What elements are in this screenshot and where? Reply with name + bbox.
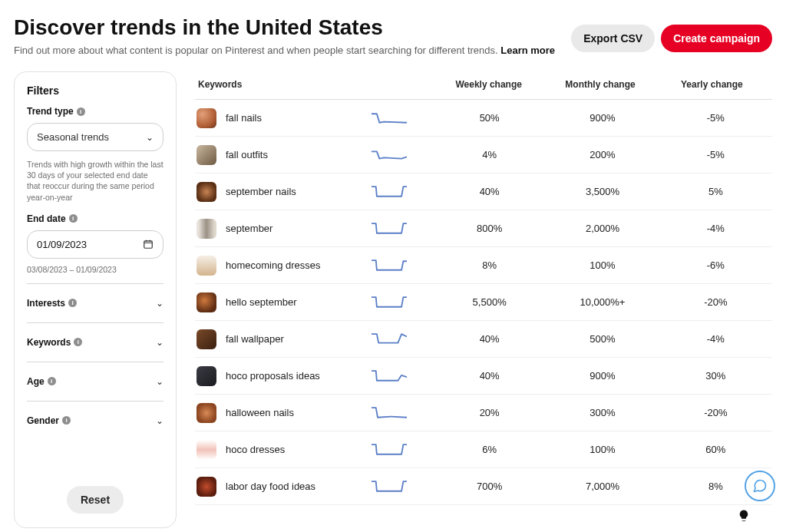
table-row[interactable]: homecoming dresses8%100%-6% [195,247,772,284]
end-date-input[interactable]: 01/09/2023 [27,230,163,259]
col-weekly[interactable]: Weekly change [433,79,544,90]
chevron-down-icon: ⌄ [146,132,154,143]
col-yearly[interactable]: Yearly change [656,79,772,90]
create-campaign-button[interactable]: Create campaign [661,25,772,52]
yearly-change: -5% [659,149,772,160]
table-row[interactable]: hello september5,500%10,000%+-20% [195,284,772,321]
keywords-section[interactable]: Keywordsi ⌄ [27,323,163,362]
monthly-change: 10,000%+ [546,296,659,308]
info-icon: i [62,416,71,425]
info-icon[interactable]: i [77,107,85,116]
table-row[interactable]: fall nails50%900%-5% [195,100,772,137]
sparkline [372,330,433,349]
keyword-thumbnail [196,477,216,497]
monthly-change: 900% [546,112,659,124]
chevron-down-icon: ⌄ [156,415,163,426]
filters-panel: Filters Trend type i Seasonal trends ⌄ T… [14,71,177,528]
table-row[interactable]: fall wallpaper40%500%-4% [195,321,772,358]
keyword-thumbnail [196,182,216,202]
lightbulb-icon[interactable] [737,509,752,524]
info-icon: i [48,377,56,385]
table-row[interactable]: hoco dresses6%100%60% [195,431,772,468]
chat-widget[interactable] [745,471,775,501]
yearly-change: 60% [659,444,772,455]
keyword-thumbnail [196,366,216,386]
keyword-name: hoco proposals ideas [226,370,320,382]
sparkline [372,220,433,238]
keyword-name: homecoming dresses [226,259,321,271]
keyword-thumbnail [196,329,216,349]
sparkline [372,477,433,496]
sparkline [372,367,433,385]
trends-table: Keywords Weekly change Monthly change Ye… [195,71,772,528]
monthly-change: 900% [546,370,659,382]
sparkline [372,183,433,201]
keyword-thumbnail [196,256,216,276]
keyword-name: fall nails [226,112,262,124]
end-date-label: End date i [27,213,163,224]
weekly-change: 40% [433,186,546,197]
monthly-change: 200% [546,149,659,160]
weekly-change: 700% [433,481,546,492]
keyword-name: hoco dresses [226,444,285,455]
table-row[interactable]: fall outfits4%200%-5% [195,137,772,173]
monthly-change: 7,000% [546,481,659,492]
weekly-change: 20% [433,407,546,418]
reset-button[interactable]: Reset [67,486,124,514]
weekly-change: 5,500% [433,296,546,308]
monthly-change: 300% [546,407,659,418]
keyword-thumbnail [196,440,216,460]
weekly-change: 40% [433,370,546,382]
monthly-change: 2,000% [546,223,659,234]
yearly-change: -20% [659,407,772,418]
keyword-name: fall wallpaper [226,333,284,345]
filters-heading: Filters [27,84,163,97]
table-row[interactable]: september800%2,000%-4% [195,210,772,247]
keyword-name: september [226,223,272,234]
table-row[interactable]: labor day food ideas700%7,000%8% [195,468,772,505]
keyword-name: september nails [226,186,296,197]
gender-section[interactable]: Genderi ⌄ [27,401,163,440]
trend-type-label: Trend type i [27,106,163,117]
monthly-change: 100% [546,259,659,271]
sparkline [372,256,433,275]
calendar-icon [143,239,154,249]
age-section[interactable]: Agei ⌄ [27,362,163,401]
info-icon: i [74,338,82,346]
trend-type-help: Trends with high growth within the last … [27,159,163,203]
yearly-change: -4% [659,333,772,345]
weekly-change: 40% [433,333,546,345]
learn-more-link[interactable]: Learn more [500,45,555,56]
sparkline [372,441,433,459]
subtitle-text: Find out more about what content is popu… [14,45,500,56]
col-monthly[interactable]: Monthly change [544,79,656,90]
info-icon[interactable]: i [69,214,78,223]
table-row[interactable]: hoco proposals ideas40%900%30% [195,358,772,395]
export-csv-button[interactable]: Export CSV [571,25,655,52]
keyword-thumbnail [196,108,216,128]
monthly-change: 100% [546,444,659,455]
yearly-change: 5% [659,186,772,197]
weekly-change: 8% [433,259,546,271]
chevron-down-icon: ⌄ [156,376,163,387]
weekly-change: 800% [433,223,546,234]
sparkline [372,293,433,312]
monthly-change: 3,500% [546,186,659,197]
svg-rect-0 [144,241,153,248]
interests-section[interactable]: Interestsi ⌄ [27,284,163,323]
page-title: Discover trends in the United States [14,15,555,40]
page-subtitle: Find out more about what content is popu… [14,45,555,56]
table-row[interactable]: halloween nails20%300%-20% [195,395,772,431]
weekly-change: 50% [433,112,546,124]
keyword-thumbnail [196,403,216,423]
table-row[interactable]: september nails40%3,500%5% [195,173,772,210]
yearly-change: -20% [659,296,772,308]
sparkline [372,146,433,164]
keyword-thumbnail [196,145,216,165]
yearly-change: 30% [659,370,772,382]
monthly-change: 500% [546,333,659,345]
col-keywords[interactable]: Keywords [195,79,372,90]
trend-type-select[interactable]: Seasonal trends ⌄ [27,123,163,151]
keyword-name: halloween nails [226,407,294,418]
chevron-down-icon: ⌄ [156,298,163,309]
